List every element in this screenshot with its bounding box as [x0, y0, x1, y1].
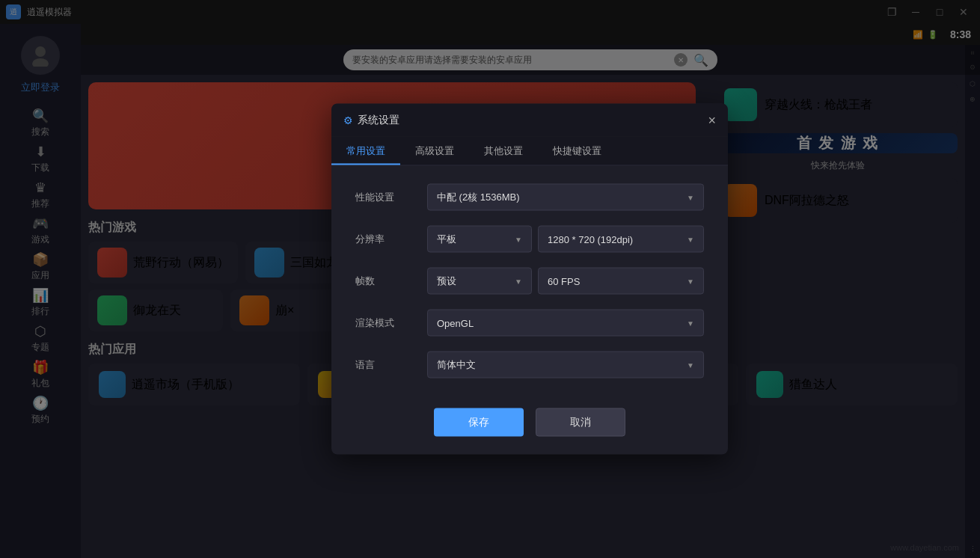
render-select[interactable]: OpenGL ▼: [427, 310, 704, 337]
tab-other[interactable]: 其他设置: [469, 137, 538, 165]
dialog-header: ⚙ 系统设置 ×: [331, 104, 728, 137]
language-arrow: ▼: [687, 361, 694, 369]
render-control: OpenGL ▼: [427, 310, 704, 337]
settings-dialog: ⚙ 系统设置 × 常用设置 高级设置 其他设置 快捷键设置 性能设置 中配 (2…: [331, 104, 728, 455]
language-select[interactable]: 简体中文 ▼: [427, 352, 704, 378]
render-value: OpenGL: [437, 317, 474, 328]
performance-value: 中配 (2核 1536MB): [437, 191, 520, 204]
dialog-title-text: 系统设置: [358, 114, 399, 127]
resolution-size-select[interactable]: 1280 * 720 (192dpi) ▼: [538, 226, 704, 253]
resolution-label: 分辨率: [355, 233, 415, 246]
framerate-label: 帧数: [355, 275, 415, 288]
settings-row-language: 语言 简体中文 ▼: [355, 352, 704, 378]
language-label: 语言: [355, 358, 415, 372]
framerate-value-select[interactable]: 60 FPS ▼: [538, 268, 704, 295]
resolution-size-arrow: ▼: [687, 235, 694, 243]
tab-shortcut[interactable]: 快捷键设置: [538, 137, 616, 165]
framerate-preset-select[interactable]: 预设 ▼: [427, 268, 532, 295]
settings-row-performance: 性能设置 中配 (2核 1536MB) ▼: [355, 184, 704, 211]
framerate-preset-value: 预设: [437, 275, 456, 288]
resolution-type-select[interactable]: 平板 ▼: [427, 226, 532, 253]
language-value: 简体中文: [437, 358, 476, 372]
performance-select[interactable]: 中配 (2核 1536MB) ▼: [427, 184, 704, 211]
performance-control: 中配 (2核 1536MB) ▼: [427, 184, 704, 211]
tab-common[interactable]: 常用设置: [331, 137, 400, 165]
framerate-control: 预设 ▼ 60 FPS ▼: [427, 268, 704, 295]
language-control: 简体中文 ▼: [427, 352, 704, 378]
dialog-close-button[interactable]: ×: [708, 114, 716, 127]
dialog-footer: 保存 取消: [331, 396, 728, 455]
render-label: 渲染模式: [355, 316, 415, 330]
resolution-size-value: 1280 * 720 (192dpi): [548, 233, 633, 245]
settings-row-resolution: 分辨率 平板 ▼ 1280 * 720 (192dpi) ▼: [355, 226, 704, 253]
dialog-tabs: 常用设置 高级设置 其他设置 快捷键设置: [331, 137, 728, 166]
settings-row-framerate: 帧数 预设 ▼ 60 FPS ▼: [355, 268, 704, 295]
cancel-button[interactable]: 取消: [536, 408, 625, 437]
resolution-type-arrow: ▼: [515, 235, 522, 243]
save-button[interactable]: 保存: [434, 408, 524, 437]
performance-label: 性能设置: [355, 191, 415, 204]
settings-icon: ⚙: [343, 114, 353, 126]
performance-arrow: ▼: [687, 193, 694, 201]
framerate-fps-arrow: ▼: [687, 277, 694, 285]
resolution-type-value: 平板: [437, 233, 456, 246]
dialog-body: 性能设置 中配 (2核 1536MB) ▼ 分辨率 平板 ▼ 1280 * 72…: [331, 166, 728, 396]
render-arrow: ▼: [687, 319, 694, 327]
settings-row-render: 渲染模式 OpenGL ▼: [355, 310, 704, 337]
tab-advanced[interactable]: 高级设置: [400, 137, 469, 165]
framerate-preset-arrow: ▼: [515, 277, 522, 285]
resolution-control: 平板 ▼ 1280 * 720 (192dpi) ▼: [427, 226, 704, 253]
dialog-title: ⚙ 系统设置: [343, 114, 399, 127]
framerate-fps-value: 60 FPS: [548, 275, 580, 286]
